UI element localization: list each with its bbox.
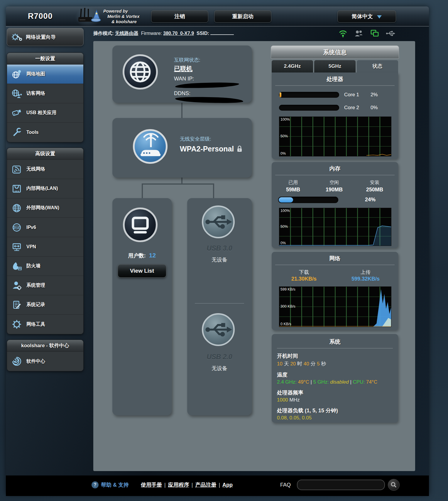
manual-link[interactable]: 使用手册 (141, 482, 162, 488)
usb2-icon[interactable] (202, 313, 235, 346)
sidebar-item-lan-label: 内部网络(LAN) (26, 185, 58, 192)
sidebar-item-firewall[interactable]: 防火墙 (7, 257, 83, 276)
temp-cpu-value: 74°C (366, 379, 377, 385)
vpn-icon (11, 241, 23, 253)
wireless-icon (11, 163, 23, 175)
reboot-button[interactable]: 重新启动 (214, 10, 271, 23)
sidebar-item-ipv6-label: IPv6 (26, 225, 36, 230)
op-mode-label: 操作模式: (93, 31, 114, 36)
sidebar-item-wizard[interactable]: 网络设置向导 (7, 28, 84, 46)
tab-status[interactable]: 状态 (357, 60, 398, 72)
system-info-panel: 系统信息 2.4GHz 5GHz 状态 处理器 Core 1 2% Core 2… (271, 45, 399, 423)
upload-label: 上传 (342, 269, 389, 276)
language-select[interactable]: 简体中文 (337, 10, 396, 23)
router-icon[interactable] (133, 129, 168, 164)
utility-link[interactable]: 应用程序 (168, 482, 189, 488)
view-list-button[interactable]: View List (118, 264, 166, 278)
wifi-status-icon[interactable] (338, 29, 348, 38)
sidebar-item-ipv6[interactable]: IPV6 IPv6 (7, 218, 83, 237)
cpu-divider (275, 85, 395, 86)
faq-search-button[interactable] (388, 479, 400, 491)
app-link[interactable]: App (222, 482, 233, 488)
uptime-days: 10 (277, 361, 283, 367)
main-content: 互联网状态: 已联机 WAN IP: DDNS: (93, 41, 415, 471)
help-support-link[interactable]: ? 帮助 & 支持 (92, 481, 129, 488)
status-icons (338, 29, 395, 38)
footer-sep-2: | (192, 482, 193, 488)
sidebar-item-network-tools-label: 网络工具 (26, 321, 45, 328)
wan-icon (11, 202, 23, 214)
temp-24-value: 49°C (298, 379, 309, 385)
ssid-value-blank[interactable] (210, 31, 234, 35)
cpu-title: 处理器 (272, 72, 398, 83)
usb3-icon[interactable] (202, 205, 235, 238)
question-icon: ? (92, 481, 99, 488)
uptime-secs: 5 (317, 361, 319, 367)
internet-status-link[interactable]: 已联机 (174, 65, 252, 73)
general-section-header: 一般设置 (7, 53, 83, 65)
system-log-icon (11, 299, 23, 311)
ddns-redacted (175, 96, 243, 104)
sidebar-item-lan[interactable]: 内部网络(LAN) (7, 179, 83, 198)
network-divider (275, 265, 395, 265)
system-divider (277, 348, 393, 348)
internet-status-card[interactable]: 互联网状态: 已联机 WAN IP: DDNS: (112, 45, 252, 103)
sidebar-item-wireless[interactable]: 无线网络 (7, 160, 83, 179)
cpu-freq-unit: MHz (290, 397, 300, 403)
router-logo (75, 7, 101, 26)
administration-icon (11, 280, 23, 291)
sidebar-item-system-log[interactable]: 系统记录 (7, 295, 83, 315)
uptime-mins-unit: 分 (310, 361, 315, 367)
tab-5ghz[interactable]: 5GHz (314, 60, 356, 72)
wireless-security-card[interactable]: 无线安全层级: WPA2-Personal (112, 118, 252, 178)
header: R7000 Powered by Merlin & Vortex & kools… (6, 6, 429, 26)
core1-bar-fill (280, 92, 281, 97)
advanced-section-header: 高级设置 (7, 148, 83, 160)
ipv6-icon: IPV6 (11, 222, 23, 233)
sidebar-item-network-tools[interactable]: 网络工具 (7, 315, 83, 334)
brand-line3: & koolshare (103, 19, 139, 24)
sidebar-item-vpn[interactable]: VPN (7, 237, 83, 257)
logout-button[interactable]: 注销 (151, 10, 208, 23)
tab-2-4ghz[interactable]: 2.4GHz (272, 60, 313, 72)
memory-used-col: 已用 59MB (274, 179, 312, 193)
clients-card[interactable]: 用户数: 12 View List (112, 198, 172, 415)
guest-network-icon (11, 88, 23, 99)
faq-label: FAQ (280, 482, 291, 488)
sidebar-item-network-map[interactable]: 网络地图 (7, 65, 83, 84)
cpu-load-value: 0.08, 0.05, 0.05 (277, 415, 393, 421)
device-title: R7000 (28, 12, 53, 21)
memory-y100: 100% (280, 209, 290, 213)
sidebar-item-guest-network[interactable]: 访客网络 (7, 84, 83, 103)
clients-icon[interactable] (123, 208, 158, 242)
faq-search-input[interactable] (297, 480, 385, 490)
sidebar-item-wizard-label: 网络设置向导 (26, 34, 56, 41)
op-mode-link[interactable]: 无线路由器 (115, 31, 138, 36)
network-section: 网络 下载 21.30KB/s 上传 599.32KB/s 599 KB (272, 252, 398, 330)
memory-bar (278, 197, 338, 203)
security-value-link[interactable]: WPA2-Personal (180, 145, 234, 153)
sidebar-item-usb-application[interactable]: USB 相关应用 (7, 103, 83, 123)
sidebar-item-software-center[interactable]: 软件中心 (7, 352, 83, 371)
clients-count-row: 用户数: 12 (112, 252, 172, 259)
globe-icon[interactable] (123, 54, 158, 90)
usb-divider (195, 303, 244, 303)
cpu-chart: 100% 50% 0% (279, 117, 391, 156)
chevron-down-icon (377, 15, 382, 18)
sidebar-item-administration[interactable]: 系统管理 (7, 276, 83, 295)
koolshare-section-header: koolshare - 软件中心 (7, 340, 83, 352)
sidebar-item-tools[interactable]: Tools (7, 123, 83, 142)
firmware-link[interactable]: 380.70_0-X7.9 (163, 31, 194, 36)
registration-link[interactable]: 产品注册 (195, 482, 216, 488)
clients-status-icon[interactable] (354, 29, 364, 38)
temp-24-label: 2.4 GHz: (277, 379, 297, 385)
usb-card[interactable]: USB 3.0 无设备 USB 2.0 无设备 (187, 198, 252, 415)
footer-sep-3: | (219, 482, 220, 488)
brand-line2: Merlin & Vortex (103, 14, 139, 19)
memory-title: 内存 (272, 162, 398, 173)
usb-status-icon[interactable] (386, 29, 395, 38)
lan-status-icon[interactable] (370, 29, 379, 38)
app-frame: R7000 Powered by Merlin & Vortex & kools… (6, 6, 429, 495)
mode-firmware-line: 操作模式: 无线路由器 Firmware: 380.70_0-X7.9 SSID… (93, 31, 234, 37)
sidebar-item-wan[interactable]: 外部网络(WAN) (7, 198, 83, 218)
